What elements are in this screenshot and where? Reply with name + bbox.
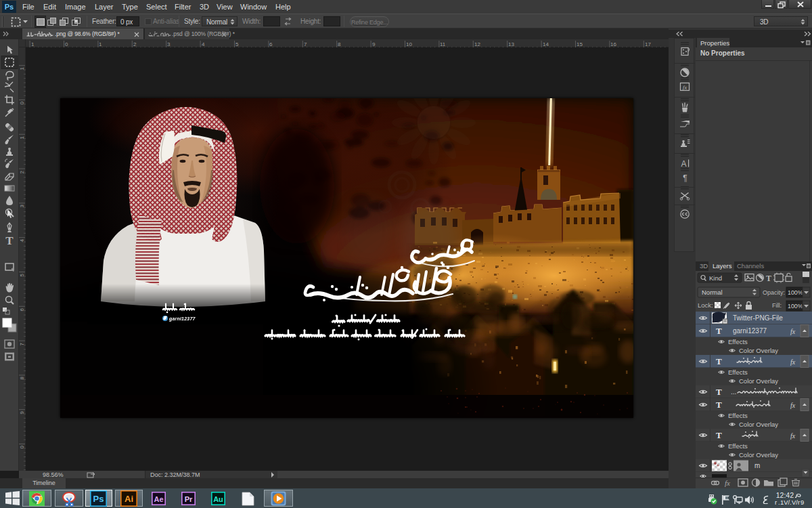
svg-text:garni12377: garni12377	[733, 327, 767, 335]
svg-text:Ai: Ai	[125, 494, 133, 504]
svg-text:100%: 100%	[788, 289, 803, 296]
svg-text:T: T	[716, 400, 722, 410]
svg-text:16: 16	[610, 41, 616, 47]
svg-text:T: T	[716, 356, 722, 366]
svg-text:garni12377: garni12377	[168, 316, 196, 322]
svg-text:15: 15	[577, 41, 583, 47]
svg-text:fx: fx	[790, 328, 796, 335]
svg-text:1: 1	[31, 41, 35, 47]
svg-text:Ps: Ps	[93, 494, 104, 504]
svg-text:...: ...	[731, 388, 736, 396]
svg-text:7: 7	[304, 41, 307, 47]
svg-text:Color Overlay: Color Overlay	[739, 377, 778, 385]
svg-text:6: 6	[269, 41, 273, 47]
svg-text:Lock:: Lock:	[698, 301, 713, 309]
svg-text:Au: Au	[213, 495, 223, 503]
svg-text:fx: fx	[725, 479, 730, 487]
svg-text:Pr: Pr	[185, 495, 193, 503]
svg-text:8: 8	[19, 376, 25, 379]
svg-text:fx: fx	[790, 358, 796, 366]
svg-text:Color Overlay: Color Overlay	[739, 347, 778, 354]
svg-text:9: 9	[372, 41, 376, 47]
svg-text:13: 13	[508, 41, 514, 47]
svg-text:Ae: Ae	[154, 495, 163, 503]
svg-text:Color Overlay: Color Overlay	[739, 421, 778, 428]
svg-text:m: m	[754, 462, 760, 469]
svg-text:17: 17	[645, 41, 651, 47]
svg-text:12: 12	[474, 41, 480, 47]
svg-text:0: 0	[65, 41, 68, 47]
svg-text:fx: fx	[790, 432, 796, 440]
svg-text:9: 9	[800, 499, 804, 506]
svg-text:r: r	[775, 499, 777, 506]
svg-text:1V/: 1V/	[780, 499, 790, 506]
svg-text:Color Overlay: Color Overlay	[739, 451, 778, 459]
svg-text:3: 3	[167, 41, 171, 47]
svg-text:2: 2	[133, 41, 137, 47]
svg-text:Effects: Effects	[728, 338, 748, 345]
svg-text:Effects: Effects	[728, 412, 748, 419]
svg-text:fx: fx	[790, 402, 796, 409]
svg-text:Effects: Effects	[728, 442, 748, 450]
svg-text:3D: 3D	[700, 262, 708, 270]
svg-text:Opacity:: Opacity:	[763, 289, 785, 296]
svg-text:T: T	[716, 326, 722, 336]
svg-text:Kind: Kind	[709, 274, 722, 282]
svg-text:V/r: V/r	[792, 499, 800, 506]
svg-text:Fill:: Fill:	[772, 302, 782, 309]
svg-text:T: T	[716, 387, 722, 397]
svg-text:100%: 100%	[788, 303, 803, 310]
svg-text:Layers: Layers	[713, 262, 732, 270]
svg-text:11: 11	[440, 41, 446, 47]
svg-text:4: 4	[202, 41, 205, 47]
svg-text:14: 14	[543, 41, 549, 47]
svg-text:1: 1	[99, 41, 102, 47]
svg-text:T: T	[766, 274, 771, 283]
svg-text:Channels: Channels	[737, 262, 764, 270]
svg-text:10: 10	[406, 41, 412, 47]
svg-text:¶: ¶	[683, 173, 687, 183]
svg-text:T: T	[716, 430, 722, 440]
svg-text:Twitter-PNG-File: Twitter-PNG-File	[733, 314, 783, 322]
svg-text:A: A	[681, 159, 686, 169]
svg-text:5: 5	[235, 41, 239, 47]
svg-text:T: T	[5, 234, 14, 247]
svg-text:8: 8	[338, 41, 341, 47]
svg-text:Effects: Effects	[728, 368, 748, 376]
svg-text:Normal: Normal	[702, 289, 723, 296]
svg-text:fx: fx	[683, 84, 687, 91]
